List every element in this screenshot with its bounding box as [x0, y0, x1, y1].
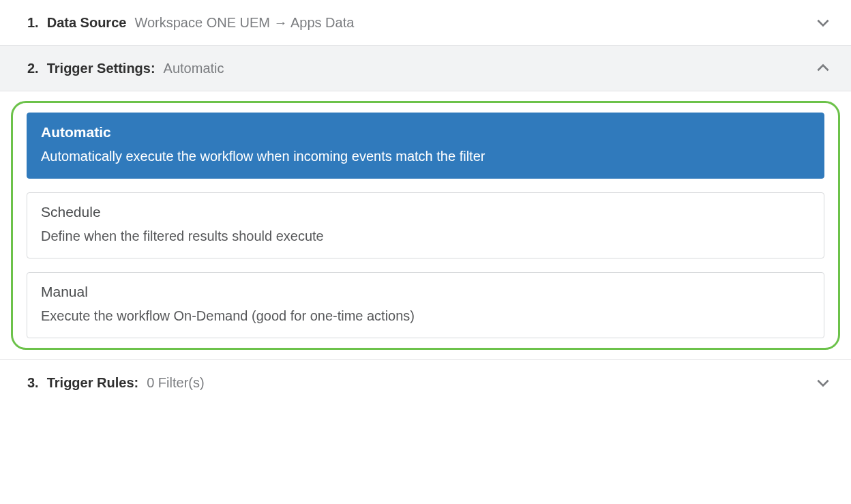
- section-number: 3.: [27, 375, 39, 391]
- option-title: Schedule: [41, 204, 810, 220]
- trigger-options-highlight: Automatic Automatically execute the work…: [11, 101, 840, 350]
- section-data-source[interactable]: 1. Data Source Workspace ONE UEM → Apps …: [0, 0, 851, 45]
- trigger-option-schedule[interactable]: Schedule Define when the filtered result…: [27, 192, 824, 258]
- section-value: Automatic: [164, 61, 224, 76]
- option-description: Define when the filtered results should …: [41, 228, 810, 244]
- section-title: Data Source: [47, 15, 127, 31]
- chevron-down-icon: [814, 374, 832, 391]
- option-title: Manual: [41, 284, 810, 300]
- section-title: Trigger Settings:: [47, 61, 155, 76]
- section-number: 1.: [27, 15, 39, 31]
- option-description: Automatically execute the workflow when …: [41, 149, 810, 164]
- trigger-settings-panel: Automatic Automatically execute the work…: [0, 91, 851, 359]
- chevron-down-icon: [814, 14, 832, 31]
- option-description: Execute the workflow On-Demand (good for…: [41, 308, 810, 324]
- section-title: Trigger Rules:: [47, 375, 138, 391]
- section-value: 0 Filter(s): [147, 375, 204, 391]
- section-number: 2.: [27, 61, 39, 76]
- section-trigger-rules[interactable]: 3. Trigger Rules: 0 Filter(s): [0, 359, 851, 405]
- chevron-up-icon: [814, 59, 832, 77]
- trigger-option-automatic[interactable]: Automatic Automatically execute the work…: [27, 113, 824, 179]
- section-trigger-settings[interactable]: 2. Trigger Settings: Automatic: [0, 45, 851, 91]
- trigger-option-manual[interactable]: Manual Execute the workflow On-Demand (g…: [27, 272, 824, 338]
- option-title: Automatic: [41, 124, 810, 140]
- section-value: Workspace ONE UEM → Apps Data: [134, 15, 354, 31]
